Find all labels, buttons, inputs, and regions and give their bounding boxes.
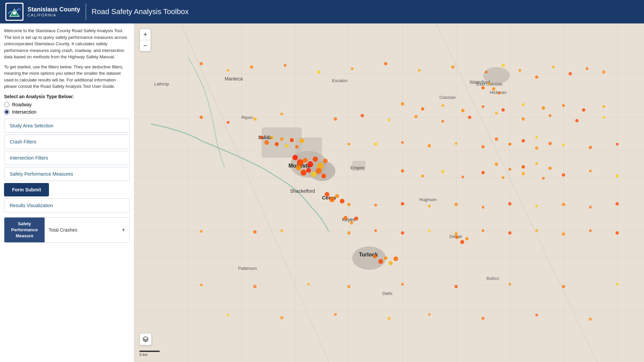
svg-point-103 xyxy=(549,114,551,117)
org-logo xyxy=(5,3,23,21)
svg-point-76 xyxy=(250,65,253,69)
app-header: Stanislaus County CALIFORNIA Road Safety… xyxy=(0,0,644,23)
svg-point-88 xyxy=(569,72,572,75)
spm-dropdown-value: Total Crashes xyxy=(49,227,77,233)
svg-point-159 xyxy=(280,229,283,232)
svg-point-123 xyxy=(522,103,525,106)
svg-point-173 xyxy=(384,256,387,260)
svg-point-115 xyxy=(589,146,592,149)
svg-point-179 xyxy=(200,284,203,286)
scale-label: 5 km xyxy=(140,353,148,357)
svg-point-107 xyxy=(374,142,377,146)
svg-text:Escalon: Escalon xyxy=(332,78,347,83)
accordion-safety-performance[interactable]: Safety Performance Measures xyxy=(4,167,130,181)
radio-roadway-input[interactable] xyxy=(4,102,9,107)
svg-point-131 xyxy=(462,176,464,178)
svg-point-85 xyxy=(519,69,521,72)
svg-point-59 xyxy=(295,145,299,148)
results-visualization-button[interactable]: Results Visualization xyxy=(4,198,130,213)
accordion-study-area[interactable]: Study Area Selection xyxy=(4,119,130,133)
svg-text:Ripon: Ripon xyxy=(241,115,253,120)
svg-point-142 xyxy=(428,205,431,207)
svg-point-122 xyxy=(501,108,505,112)
svg-point-128 xyxy=(401,169,404,173)
svg-text:Delhi: Delhi xyxy=(382,291,392,296)
svg-text:Manteca: Manteca xyxy=(225,76,243,81)
svg-point-164 xyxy=(454,232,458,236)
svg-point-55 xyxy=(275,142,279,146)
svg-point-98 xyxy=(414,115,418,118)
svg-point-106 xyxy=(347,143,350,145)
svg-point-126 xyxy=(582,108,585,112)
svg-point-125 xyxy=(562,104,565,107)
org-name: Stanislaus County CALIFORNIA xyxy=(28,6,80,18)
svg-text:Empire: Empire xyxy=(351,165,364,170)
radio-intersection[interactable]: Intersection xyxy=(4,109,130,115)
svg-point-97 xyxy=(388,119,390,121)
zoom-out-button[interactable]: − xyxy=(140,40,151,51)
svg-point-182 xyxy=(347,285,351,288)
svg-point-178 xyxy=(465,237,469,240)
svg-point-157 xyxy=(200,230,203,233)
svg-point-116 xyxy=(616,143,619,145)
svg-point-64 xyxy=(307,161,313,167)
svg-point-75 xyxy=(227,69,229,72)
svg-point-209 xyxy=(498,92,500,95)
svg-point-175 xyxy=(393,256,398,261)
scale-bar: 5 km xyxy=(140,351,160,357)
svg-point-89 xyxy=(586,67,588,70)
svg-point-181 xyxy=(307,283,310,286)
svg-rect-4 xyxy=(134,23,644,362)
spm-label: Safety Performance Measure xyxy=(4,218,45,243)
svg-point-154 xyxy=(343,216,347,220)
svg-point-114 xyxy=(562,143,565,146)
svg-point-160 xyxy=(347,231,351,235)
svg-point-206 xyxy=(481,86,485,89)
form-submit-button[interactable]: Form Submit xyxy=(4,183,49,196)
svg-point-127 xyxy=(602,105,605,108)
svg-point-93 xyxy=(253,117,257,121)
svg-point-166 xyxy=(508,231,512,235)
svg-point-146 xyxy=(535,205,538,207)
accordion-crash-filters[interactable]: Crash Filters xyxy=(4,135,130,149)
radio-intersection-input[interactable] xyxy=(4,109,9,115)
svg-point-120 xyxy=(461,109,465,112)
svg-text:Patterson: Patterson xyxy=(238,266,257,271)
svg-point-193 xyxy=(481,317,485,320)
zoom-controls: + − xyxy=(140,29,151,51)
svg-point-163 xyxy=(428,229,431,232)
spm-dropdown[interactable]: Total Crashes ▼ xyxy=(45,218,129,243)
svg-point-185 xyxy=(508,283,511,286)
svg-point-67 xyxy=(323,159,328,163)
zoom-in-button[interactable]: + xyxy=(140,29,151,40)
svg-point-94 xyxy=(280,113,283,115)
scale-line xyxy=(140,351,160,352)
svg-point-134 xyxy=(522,172,525,175)
svg-point-138 xyxy=(615,174,619,178)
svg-point-96 xyxy=(361,114,364,117)
svg-point-204 xyxy=(535,162,538,165)
svg-point-161 xyxy=(374,229,377,232)
svg-point-104 xyxy=(575,119,579,122)
svg-point-143 xyxy=(454,203,458,206)
svg-point-63 xyxy=(303,158,308,163)
svg-point-95 xyxy=(334,117,337,121)
svg-point-199 xyxy=(535,136,538,139)
svg-point-177 xyxy=(460,240,464,244)
svg-point-111 xyxy=(481,145,485,148)
svg-point-83 xyxy=(485,71,488,73)
svg-point-133 xyxy=(502,176,504,179)
accordion-intersection-filters[interactable]: Intersection Filters xyxy=(4,151,130,165)
svg-point-56 xyxy=(280,137,283,141)
svg-point-194 xyxy=(535,314,538,316)
svg-point-117 xyxy=(401,102,404,106)
layer-control-button[interactable] xyxy=(140,333,152,345)
svg-point-72 xyxy=(316,168,322,174)
svg-point-192 xyxy=(428,313,431,316)
app-title: Road Safety Analysis Toolbox xyxy=(92,7,189,16)
svg-point-172 xyxy=(378,259,383,264)
svg-point-201 xyxy=(495,163,498,166)
svg-point-195 xyxy=(589,317,592,321)
svg-point-208 xyxy=(492,87,495,90)
radio-roadway[interactable]: Roadway xyxy=(4,102,130,107)
